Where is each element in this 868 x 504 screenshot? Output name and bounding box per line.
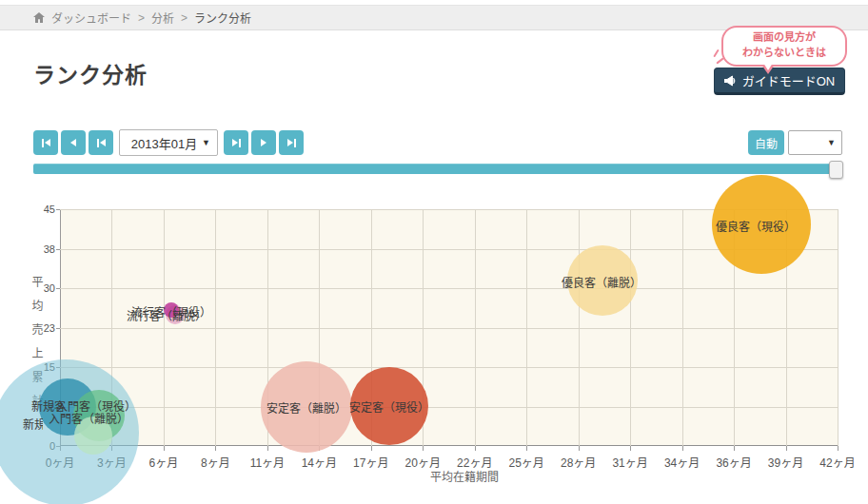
page-title: ランク分析 [33,57,148,89]
x-tick-label: 28ヶ月 [554,454,603,470]
chart-bubble[interactable] [261,361,352,453]
home-icon[interactable] [33,12,45,23]
y-tick-label: 23 [29,322,55,334]
forward-icon [261,139,266,146]
x-tick-mark [267,446,268,451]
megaphone-icon [724,75,737,87]
x-tick-mark [838,446,838,451]
x-tick-label: 17ヶ月 [346,454,396,470]
x-tick-mark [475,446,476,451]
next-month-button[interactable] [224,130,248,155]
chart-bubble[interactable] [164,302,179,318]
chart-bubble[interactable] [712,175,811,274]
x-tick-mark [423,446,424,451]
period-select[interactable]: 2013年01月 ▼ [119,129,218,156]
tooltip-accent-mark [713,49,719,58]
next-year-button[interactable] [251,130,276,155]
x-tick-label: 36ヶ月 [709,454,759,470]
x-tick-label: 22ヶ月 [450,454,500,470]
prev-year-button[interactable] [61,130,86,155]
tooltip-accent-mark [716,57,723,64]
breadcrumb-item-current: ランク分析 [194,10,251,26]
step-forward-icon [232,139,238,146]
timeline-slider[interactable] [33,164,841,174]
breadcrumb-separator: > [138,11,145,25]
x-tick-label: 25ヶ月 [502,454,551,470]
back-icon [70,139,76,146]
prev-month-button[interactable] [89,130,113,155]
x-tick-mark [164,446,165,451]
x-tick-mark [786,446,787,451]
chevron-down-icon: ▼ [827,138,836,147]
y-tick-label: 30 [29,282,55,294]
guide-tooltip: 画面の見方が わからないときは [721,26,847,67]
breadcrumb-item-analysis[interactable]: 分析 [151,10,174,26]
period-nav: 2013年01月 ▼ [33,129,304,156]
guide-mode-button-label: ガイドモードON [742,71,836,89]
x-tick-mark [215,446,216,451]
x-tick-mark [371,446,372,451]
x-tick-label: 8ヶ月 [190,454,240,470]
y-tick-label: 38 [29,243,55,255]
chevron-down-icon: ▼ [202,138,210,147]
x-axis-title: 平均在籍期間 [388,468,541,484]
auto-play-button[interactable]: 自動 [748,130,784,155]
slider-handle[interactable] [829,161,843,179]
speed-select[interactable]: ▼ [788,130,842,155]
x-tick-label: 34ヶ月 [658,454,707,470]
x-tick-mark [734,446,735,451]
y-tick-label: 45 [29,204,55,215]
chart-bubble[interactable] [567,245,638,316]
step-back-icon [97,139,99,147]
breadcrumb-item-dashboard[interactable]: ダッシュボード [51,10,131,26]
guide-tooltip-line2: わからないときは [727,46,841,61]
skip-back-icon [42,139,44,147]
x-tick-label: 14ヶ月 [294,454,344,470]
x-tick-mark [526,446,527,451]
guide-mode-button[interactable]: ガイドモードON [714,68,845,95]
last-month-button[interactable] [279,130,304,155]
x-tick-mark [682,446,683,451]
chart-bubble[interactable] [350,367,428,445]
x-tick-mark [630,446,631,451]
guide-tooltip-line1: 画面の見方が [727,30,841,46]
x-tick-label: 11ヶ月 [243,454,292,470]
skip-forward-icon [287,139,293,146]
x-tick-label: 31ヶ月 [605,454,655,470]
period-value: 2013年01月 [127,134,202,152]
first-month-button[interactable] [33,130,58,155]
x-tick-mark [579,446,580,451]
x-tick-label: 42ヶ月 [813,454,862,470]
chart-bubble[interactable] [74,417,112,455]
x-tick-label: 20ヶ月 [398,454,447,470]
x-tick-label: 39ヶ月 [761,454,811,470]
breadcrumb-separator: > [181,11,187,25]
x-tick-label: 6ヶ月 [139,454,188,470]
